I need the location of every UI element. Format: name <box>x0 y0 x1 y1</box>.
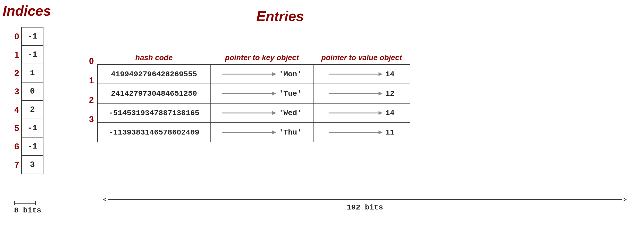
index-value: 0 <box>22 82 43 101</box>
index-label: 0 <box>13 27 22 46</box>
val-value: 12 <box>385 90 394 98</box>
entry-row-label: 2 <box>89 90 97 109</box>
index-label: 2 <box>13 64 22 82</box>
entry-row-label: 3 <box>89 109 97 129</box>
val-value: 14 <box>385 70 394 78</box>
key-value: 'Wed' <box>279 109 302 117</box>
index-label: 3 <box>13 82 22 101</box>
svg-marker-15 <box>379 130 383 134</box>
val-arrow <box>329 109 383 117</box>
entry-value: 14 <box>313 103 410 123</box>
entry-key: 'Mon' <box>211 64 313 84</box>
key-arrow <box>222 90 276 98</box>
entry-row: 4199492796428269555 'Mon' 14 <box>97 64 410 84</box>
index-value: 1 <box>22 64 43 82</box>
entries-bits-bracket <box>103 197 627 202</box>
index-value: 2 <box>22 101 43 119</box>
header-valptr: pointer to value object <box>313 51 410 64</box>
key-arrow-container: 'Mon' <box>216 70 308 78</box>
entry-value: 12 <box>313 84 410 103</box>
svg-marker-11 <box>379 111 383 115</box>
val-arrow-container: 12 <box>319 90 404 98</box>
key-value: 'Tue' <box>279 90 302 98</box>
svg-marker-3 <box>379 72 383 76</box>
key-arrow-container: 'Wed' <box>216 109 308 117</box>
entry-hashcode: -5145319347887138165 <box>97 103 211 123</box>
key-value: 'Mon' <box>279 70 302 78</box>
header-hashcode: hash code <box>97 51 211 64</box>
index-row: 1 -1 <box>13 46 43 64</box>
entry-value: 14 <box>313 64 410 84</box>
entries-bits-label: 192 bits <box>347 203 383 212</box>
entry-row-labels: 0123 <box>89 51 97 129</box>
indices-bits-label: 8 bits <box>14 206 41 215</box>
val-value: 11 <box>385 128 394 137</box>
index-row: 7 3 <box>13 156 43 174</box>
index-row: 4 2 <box>13 101 43 119</box>
svg-marker-1 <box>272 72 276 76</box>
index-label: 4 <box>13 101 22 119</box>
entry-hashcode: -1139383146578602409 <box>97 123 211 142</box>
entries-bracket-line <box>108 199 622 200</box>
key-arrow-container: 'Tue' <box>216 90 308 98</box>
svg-marker-9 <box>272 111 276 115</box>
index-label: 1 <box>13 46 22 64</box>
entry-value: 11 <box>313 123 410 142</box>
val-value: 14 <box>385 109 394 117</box>
svg-marker-13 <box>272 130 276 134</box>
entry-row: -5145319347887138165 'Wed' 14 <box>97 103 410 123</box>
index-label: 7 <box>13 156 22 174</box>
index-row: 3 0 <box>13 82 43 101</box>
entry-row-label: 0 <box>89 51 97 71</box>
svg-marker-5 <box>272 92 276 95</box>
entry-row: 2414279730484651250 'Tue' 12 <box>97 84 410 103</box>
index-label: 5 <box>13 119 22 137</box>
val-arrow-container: 11 <box>319 128 404 137</box>
bracket-right-end <box>35 201 36 205</box>
index-value: 3 <box>22 156 43 174</box>
index-row: 0 -1 <box>13 27 43 46</box>
entry-key: 'Tue' <box>211 84 313 103</box>
key-arrow <box>222 109 276 117</box>
right-arrow-bracket <box>622 197 627 202</box>
title-entries: Entries <box>256 8 304 24</box>
entry-key: 'Thu' <box>211 123 313 142</box>
val-arrow <box>329 90 383 98</box>
index-row: 6 -1 <box>13 137 43 156</box>
header-keyptr: pointer to key object <box>211 51 313 64</box>
entry-key: 'Wed' <box>211 103 313 123</box>
index-row: 2 1 <box>13 64 43 82</box>
index-label: 6 <box>13 137 22 156</box>
svg-marker-7 <box>379 92 383 95</box>
key-arrow <box>222 128 276 136</box>
indices-bits-bracket <box>14 201 41 205</box>
index-row: 5 -1 <box>13 119 43 137</box>
entries-bits-section: 192 bits <box>103 197 627 212</box>
val-arrow-container: 14 <box>319 109 404 117</box>
entry-row: -1139383146578602409 'Thu' 11 <box>97 123 410 142</box>
key-arrow <box>222 70 276 78</box>
val-arrow <box>329 70 383 78</box>
index-value: -1 <box>22 137 43 156</box>
entry-row-label: 1 <box>89 71 97 90</box>
key-arrow-container: 'Thu' <box>216 128 308 137</box>
index-value: -1 <box>22 46 43 64</box>
entry-hashcode: 2414279730484651250 <box>97 84 211 103</box>
key-value: 'Thu' <box>279 128 302 137</box>
entry-hashcode: 4199492796428269555 <box>97 64 211 84</box>
indices-bits-section: 8 bits <box>14 201 41 215</box>
entries-wrapper: 0123 hash code pointer to key object poi… <box>89 32 410 142</box>
indices-table: 0 -1 1 -1 2 1 3 0 4 2 5 -1 6 -1 7 3 <box>13 27 43 174</box>
index-value: -1 <box>22 27 43 46</box>
entries-bits-container: 192 bits <box>103 197 627 212</box>
val-arrow <box>329 128 383 136</box>
index-value: -1 <box>22 119 43 137</box>
entries-table: hash code pointer to key object pointer … <box>97 51 410 142</box>
main-container: Indices Entries 0 -1 1 -1 2 1 3 0 4 2 5 … <box>0 0 644 227</box>
left-arrow-bracket <box>103 197 108 202</box>
title-indices: Indices <box>3 3 51 19</box>
bracket-line <box>15 203 35 204</box>
val-arrow-container: 14 <box>319 70 404 78</box>
